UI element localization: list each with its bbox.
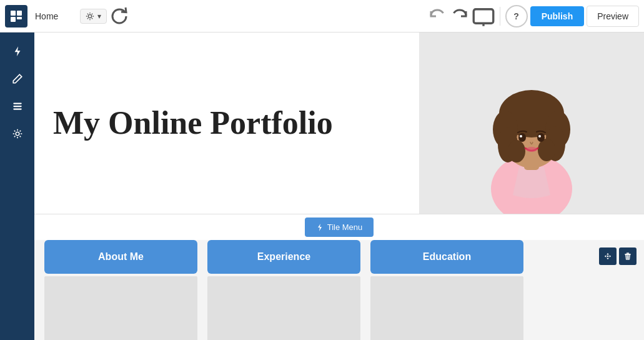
- svg-rect-8: [13, 102, 22, 104]
- page-name: Home: [35, 11, 72, 21]
- delete-tiles-button[interactable]: [619, 248, 637, 265]
- svg-point-25: [538, 135, 541, 138]
- nav-tile-experience[interactable]: Experience: [207, 240, 360, 274]
- svg-point-21: [538, 139, 555, 161]
- help-button[interactable]: ?: [505, 5, 528, 28]
- svg-point-28: [607, 256, 609, 258]
- svg-marker-7: [14, 46, 20, 56]
- refresh-button[interactable]: [109, 6, 129, 26]
- svg-marker-27: [318, 224, 322, 231]
- nav-tile-content-experience: [207, 276, 360, 340]
- svg-rect-1: [17, 11, 22, 16]
- move-tiles-button[interactable]: [599, 248, 617, 265]
- tile-menu-bar: Tile Menu: [34, 214, 644, 240]
- svg-rect-5: [473, 9, 493, 23]
- svg-point-22: [518, 133, 526, 142]
- tile-controls: [599, 248, 637, 265]
- svg-point-4: [88, 14, 91, 18]
- svg-rect-0: [11, 11, 16, 16]
- redo-button[interactable]: [450, 6, 470, 26]
- nav-tile-col-experience: Experience: [207, 240, 360, 340]
- nav-tile-col-about: About Me: [44, 240, 197, 340]
- svg-rect-9: [13, 106, 22, 107]
- nav-tile-col-education: Education: [370, 240, 523, 340]
- preview-button[interactable]: Preview: [587, 6, 639, 27]
- hero-title: My Online Portfolio: [53, 105, 333, 141]
- avatar: [469, 45, 594, 214]
- device-toggle-button[interactable]: [472, 5, 495, 28]
- publish-button[interactable]: Publish: [530, 6, 585, 26]
- hero-section: My Online Portfolio: [34, 32, 644, 214]
- svg-point-26: [526, 147, 537, 152]
- svg-point-23: [537, 133, 545, 142]
- svg-point-24: [520, 135, 522, 138]
- svg-point-11: [16, 132, 19, 136]
- nav-tiles-row: About Me Experience Education: [34, 240, 644, 340]
- tile-menu-button[interactable]: Tile Menu: [305, 218, 374, 237]
- lightning-icon: [316, 224, 324, 231]
- nav-tile-about[interactable]: About Me: [44, 240, 197, 274]
- nav-tile-content-education: [370, 276, 523, 340]
- hero-left: My Online Portfolio: [34, 32, 419, 214]
- svg-rect-29: [626, 254, 630, 255]
- main-area: My Online Portfolio: [0, 32, 644, 340]
- nav-tile-education[interactable]: Education: [370, 240, 523, 274]
- svg-rect-2: [11, 17, 16, 22]
- sidebar-item-settings[interactable]: [5, 121, 30, 146]
- settings-dropdown[interactable]: ▾: [80, 9, 107, 24]
- sidebar-item-lightning[interactable]: [5, 39, 30, 64]
- svg-point-20: [508, 140, 525, 162]
- canvas-area: My Online Portfolio: [34, 32, 644, 340]
- svg-rect-10: [13, 108, 22, 109]
- hero-right: [419, 32, 644, 214]
- sidebar-item-list[interactable]: [5, 94, 30, 119]
- sidebar: [0, 32, 34, 340]
- nav-tile-content-about: [44, 276, 197, 340]
- svg-rect-3: [17, 17, 22, 19]
- app-logo[interactable]: [5, 5, 27, 28]
- nav-tiles-section: About Me Experience Education: [34, 240, 644, 340]
- toolbar-divider: [500, 7, 500, 26]
- undo-button[interactable]: [427, 6, 447, 26]
- toolbar: Home ▾: [0, 0, 644, 32]
- undo-redo-group: [427, 6, 470, 26]
- sidebar-item-pen[interactable]: [5, 66, 30, 91]
